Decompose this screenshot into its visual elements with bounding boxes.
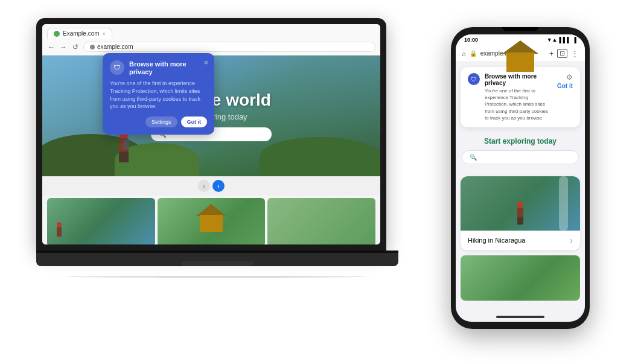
browser-chrome: Example.com × ← → ↺ example.com xyxy=(42,24,380,56)
privacy-popup-phone: 🛡 Browse with more privacy You're one of… xyxy=(461,67,580,127)
phone-privacy-icon: 🛡 xyxy=(468,73,480,85)
signal-icon: ▌▌▌ xyxy=(559,37,570,43)
phone-time: 10:00 xyxy=(464,37,478,43)
phone-addr-icons: + ⊡ ⋮ xyxy=(549,49,579,58)
shield-icon: 🛡 xyxy=(113,63,121,72)
scene: Example.com × ← → ↺ example.com xyxy=(0,0,638,364)
gotit-button[interactable]: Got it xyxy=(181,117,208,127)
settings-button[interactable]: Settings xyxy=(145,117,177,127)
thumb-3[interactable] xyxy=(267,198,375,244)
laptop-device: Example.com × ← → ↺ example.com xyxy=(36,18,398,278)
thumb-cabin[interactable] xyxy=(158,198,266,244)
browser-controls: Example.com × xyxy=(47,28,375,39)
popup-title: Browse with more privacy xyxy=(129,60,207,76)
phone-card-1[interactable]: Hiking in Nicaragua › xyxy=(461,176,580,251)
carousel-prev-button[interactable]: ‹ xyxy=(198,180,210,192)
popup-body: You're one of the first to experience Tr… xyxy=(110,80,207,110)
carousel-arrows: ‹ › xyxy=(42,176,380,196)
add-tab-icon[interactable]: + xyxy=(549,49,553,58)
forward-button[interactable]: → xyxy=(59,43,68,51)
battery-icon: ▐ xyxy=(573,37,576,43)
phone-shadow xyxy=(466,327,575,329)
tab-switcher-icon[interactable]: ⊡ xyxy=(557,49,567,58)
laptop-base xyxy=(36,253,398,266)
privacy-popup-laptop: 🛡 Browse with more privacy × You're one … xyxy=(103,53,214,135)
phone-card-1-image xyxy=(461,176,580,231)
tab-favicon-icon xyxy=(54,31,60,37)
phone-popup-body: You're one of the first to experience Tr… xyxy=(485,88,552,121)
lock-small-icon: 🔒 xyxy=(470,50,477,57)
phone-device: 10:00 ▼▲ ▌▌▌ ▐ ⌂ 🔒 example.com + ⊡ ⋮ xyxy=(451,27,590,329)
phone-search-icon: 🔍 xyxy=(470,154,477,161)
statusbar-right: ▼▲ ▌▌▌ ▐ xyxy=(547,37,576,43)
laptop-body: Example.com × ← → ↺ example.com xyxy=(36,18,386,251)
lock-icon xyxy=(90,45,95,49)
addressbar-row: ← → ↺ example.com xyxy=(47,42,375,52)
wifi-icon: ▼▲ xyxy=(547,37,558,43)
phone-popup-title: Browse with more privacy xyxy=(485,73,552,86)
popup-header: 🛡 Browse with more privacy xyxy=(110,60,207,76)
browser-tab[interactable]: Example.com × xyxy=(47,28,112,39)
refresh-button[interactable]: ↺ xyxy=(71,43,80,51)
popup-buttons: Settings Got it xyxy=(110,117,207,127)
thumbnail-grid xyxy=(42,196,380,244)
back-button[interactable]: ← xyxy=(47,43,56,51)
phone-search-bar[interactable]: 🔍 xyxy=(462,150,579,164)
address-bar[interactable]: example.com xyxy=(83,42,375,52)
tab-label: Example.com xyxy=(63,30,100,37)
phone-explore-label: Start exploring today xyxy=(456,132,585,148)
address-text: example.com xyxy=(97,43,133,50)
phone-settings-icon[interactable]: ⚙ xyxy=(566,73,573,81)
phone-notch xyxy=(502,27,538,31)
carousel-next-button[interactable]: › xyxy=(212,180,225,192)
privacy-icon-wrap: 🛡 xyxy=(110,60,124,75)
card-1-chevron: › xyxy=(570,235,573,245)
tab-close-button[interactable]: × xyxy=(103,31,106,37)
thumb-hiker[interactable] xyxy=(47,198,155,244)
laptop-shadow xyxy=(66,276,368,278)
phone-card-2[interactable] xyxy=(461,255,580,301)
hiker-figure xyxy=(115,131,133,164)
phone-popup-content: Browse with more privacy You're one of t… xyxy=(485,73,552,121)
phone-gotit-button[interactable]: Got it xyxy=(557,83,573,89)
phone-card-1-label[interactable]: Hiking in Nicaragua › xyxy=(461,231,580,251)
menu-icon[interactable]: ⋮ xyxy=(571,49,579,58)
phone-popup-actions: ⚙ Got it xyxy=(557,73,573,89)
home-icon: ⌂ xyxy=(462,50,466,57)
popup-close-button[interactable]: × xyxy=(203,58,208,67)
card-1-text: Hiking in Nicaragua xyxy=(468,237,525,244)
phone-screen: 10:00 ▼▲ ▌▌▌ ▐ ⌂ 🔒 example.com + ⊡ ⋮ xyxy=(456,34,585,322)
phone-home-indicator xyxy=(496,316,544,318)
